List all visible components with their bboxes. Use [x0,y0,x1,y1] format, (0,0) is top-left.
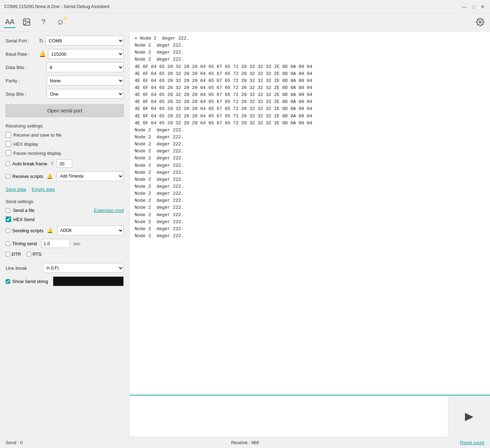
parity-label: Parity : [6,78,39,83]
receive-scripts-checkbox[interactable] [6,174,10,179]
serial-port-label: Serial Port : [6,38,39,43]
data-bits-select[interactable]: 8 [47,62,124,72]
save-data-button[interactable]: Save data [6,187,26,192]
sending-scripts-checkbox[interactable] [6,228,10,233]
parity-control: None [39,76,124,85]
serial-port-control: ↻ COM9 [39,36,124,46]
dtr-checkbox[interactable] [6,252,10,256]
dtr-rts-row: DTR RTS [6,251,124,257]
add-script-select[interactable]: ADD8 [57,226,124,235]
toolbar: AA ? ☺ ✨ [0,13,490,32]
minimize-button[interactable]: — [461,4,468,10]
pause-receiving-label: Pause receiving display [13,151,61,156]
send-file-checkbox[interactable] [6,208,10,213]
send-arrow-icon: ► [462,408,476,424]
open-port-button[interactable]: Open serial port [6,104,124,117]
send-file-label: Send a file [13,208,34,213]
line-break-select[interactable]: \n (LF) [43,263,124,273]
rts-checkbox[interactable] [27,252,31,256]
parity-row: Parity : None [6,76,124,85]
empty-data-button[interactable]: Empty data [32,187,55,192]
timing-send-checkbox[interactable] [6,241,10,246]
send-area-container: ► [130,395,490,437]
settings-icon[interactable] [475,17,486,28]
font-icon[interactable]: AA [4,17,15,28]
data-bits-row: Data Bits : 8 [6,62,124,72]
line-break-label: Line break [6,266,39,271]
svg-point-2 [479,21,481,23]
receive-count: Receive : 968 [165,440,325,445]
send-count: Send : 0 [6,440,165,445]
help-icon[interactable]: ? [38,17,49,28]
main-content: Serial Port : ↻ COM9 Baud Rate : 🔔 11520… [0,32,490,437]
send-color-select[interactable] [53,276,124,286]
title-bar: COM9,115200,None,8,One - Serial Debug As… [0,0,490,13]
smiley-icon[interactable]: ☺ ✨ [55,17,66,28]
sending-scripts-icon: 🔔 [47,228,53,233]
links-row: Save data Empty data [6,187,124,192]
hex-display-checkbox[interactable] [6,141,11,147]
receive-save-label: Receive and save to file [13,132,62,138]
rts-item: RTS [27,251,42,257]
send-settings-title: Send settings. [6,199,124,204]
data-bits-label: Data Bits : [6,65,39,70]
auto-break-row: Auto break frame ? [6,159,124,168]
close-button[interactable]: ✕ [479,4,486,10]
image-icon[interactable] [21,17,32,28]
sending-scripts-label: Sending scripts [12,228,43,233]
show-send-row: Show Send string [6,276,124,286]
refresh-icon[interactable]: ↻ [39,37,43,44]
reset-count-button[interactable]: Reset count [460,440,484,445]
timing-send-row: Timing send sec [6,239,124,248]
show-send-label: Show Send string [12,279,48,284]
serial-port-row: Serial Port : ↻ COM9 [6,36,124,46]
svg-point-1 [25,20,26,21]
left-panel: Serial Port : ↻ COM9 Baud Rate : 🔔 11520… [0,32,130,437]
pause-receiving-checkbox[interactable] [6,150,11,156]
hex-display-label: HEX display [13,142,38,147]
hex-send-checkbox[interactable] [6,216,11,222]
timing-value-input[interactable] [42,239,70,248]
window-title: COM9,115200,None,8,One - Serial Debug As… [4,4,110,9]
stop-bits-select[interactable]: One [47,89,124,99]
question-mark: ? [51,161,53,166]
stop-bits-label: Stop Bits : [6,91,39,97]
window-controls: — □ ✕ [461,4,486,10]
maximize-button[interactable]: □ [470,4,477,10]
reset-count-container: Reset count [325,440,484,445]
line-break-row: Line break \n (LF) [6,263,124,273]
timing-send-label: Timing send [12,241,37,246]
hex-send-label: HEX Send [13,217,35,222]
serial-port-select[interactable]: COM9 [46,36,124,46]
hex-display-row: HEX display [6,141,124,147]
stop-bits-row: Stop Bits : One [6,89,124,99]
receive-area: « Node 2 deger 222. Node 2 deger 222. No… [130,32,490,395]
auto-break-value[interactable] [57,159,72,168]
receiving-settings-title: Receiving settings. [6,123,124,129]
sec-label: sec [73,241,80,246]
receive-scripts-label: Receive scripts [12,174,43,179]
data-bits-control: 8 [39,62,124,72]
extension-cmd-button[interactable]: Extension cmd [94,208,124,213]
stop-bits-control: One [39,89,124,99]
send-textarea[interactable] [130,395,448,437]
parity-select[interactable]: None [47,76,124,85]
send-button[interactable]: ► [448,395,490,437]
hex-send-row: HEX Send [6,216,124,222]
auto-break-checkbox[interactable] [6,161,10,166]
receive-save-checkbox[interactable] [6,132,11,138]
show-send-checkbox[interactable] [6,279,10,284]
baud-rate-control: 🔔 115200 [39,49,124,59]
right-panel: « Node 2 deger 222. Node 2 deger 222. No… [130,32,490,437]
pause-receiving-row: Pause receiving display [6,150,124,156]
dtr-label: DTR [12,251,21,257]
auto-break-label: Auto break frame [12,161,47,166]
receive-scripts-row: Receive scripts 🔔 Add Timesta [6,171,124,181]
add-timestamp-select[interactable]: Add Timesta [57,171,124,181]
receive-save-row: Receive and save to file [6,132,124,138]
dtr-item: DTR [6,251,21,257]
sending-scripts-row: Sending scripts 🔔 ADD8 [6,226,124,235]
baud-rate-select[interactable]: 115200 [48,49,124,59]
rts-label: RTS [33,251,42,257]
baud-rate-icon: 🔔 [39,51,46,57]
